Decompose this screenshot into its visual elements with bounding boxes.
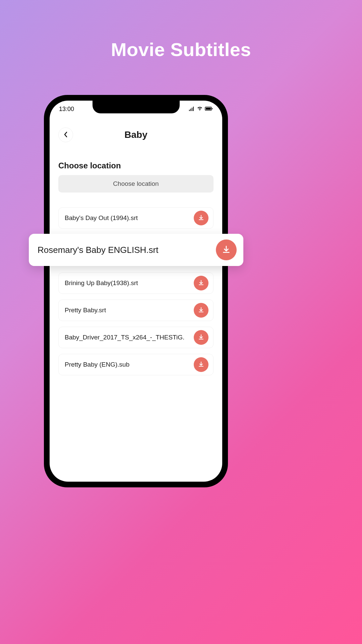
download-button[interactable]	[194, 357, 208, 372]
battery-icon	[205, 106, 213, 113]
list-item-label: Baby's Day Out (1994).srt	[65, 214, 138, 222]
wifi-icon	[197, 106, 203, 113]
svg-rect-2	[212, 108, 213, 109]
download-icon	[222, 245, 231, 255]
list-item[interactable]: Brining Up Baby(1938).srt	[58, 272, 214, 294]
list-item-label: Pretty Baby (ENG).sub	[65, 361, 129, 368]
list-item[interactable]: Baby_Driver_2017_TS_x264_-_THESTiG.	[58, 327, 214, 348]
list-item-label: Baby_Driver_2017_TS_x264_-_THESTiG.	[65, 334, 184, 341]
download-button[interactable]	[194, 303, 208, 318]
featured-list-item[interactable]: Rosemary's Baby ENGLISH.srt	[29, 234, 243, 266]
phone-screen: 13:00 Baby Choose location	[50, 101, 222, 482]
download-icon	[198, 279, 204, 287]
chevron-left-icon	[64, 131, 68, 139]
list-item-label: Pretty Baby.srt	[65, 307, 106, 314]
download-button[interactable]	[194, 276, 208, 290]
subtitle-list: Baby's Day Out (1994).srt Brining Up Bab…	[58, 207, 214, 381]
section-label: Choose location	[58, 161, 121, 170]
download-icon	[198, 214, 204, 222]
app-title: Baby	[124, 129, 147, 140]
download-button[interactable]	[194, 211, 208, 225]
list-item[interactable]: Baby's Day Out (1994).srt	[58, 207, 214, 229]
signal-icon	[189, 106, 195, 113]
download-icon	[198, 307, 204, 314]
download-button[interactable]	[194, 330, 208, 345]
download-button[interactable]	[216, 239, 237, 260]
app-header: Baby	[50, 129, 222, 140]
status-icons	[189, 106, 213, 113]
download-icon	[198, 361, 204, 369]
status-time: 13:00	[59, 106, 74, 113]
page-title: Movie Subtitles	[0, 39, 362, 60]
back-button[interactable]	[58, 127, 73, 142]
list-item[interactable]: Pretty Baby.srt	[58, 300, 214, 321]
list-item-label: Brining Up Baby(1938).srt	[65, 279, 138, 287]
featured-item-label: Rosemary's Baby ENGLISH.srt	[38, 245, 158, 255]
choose-location-button[interactable]: Choose location	[58, 175, 214, 193]
phone-notch	[93, 101, 180, 113]
svg-rect-1	[206, 108, 211, 110]
download-icon	[198, 334, 204, 341]
list-item[interactable]: Pretty Baby (ENG).sub	[58, 354, 214, 375]
phone-frame: 13:00 Baby Choose location	[44, 95, 228, 487]
